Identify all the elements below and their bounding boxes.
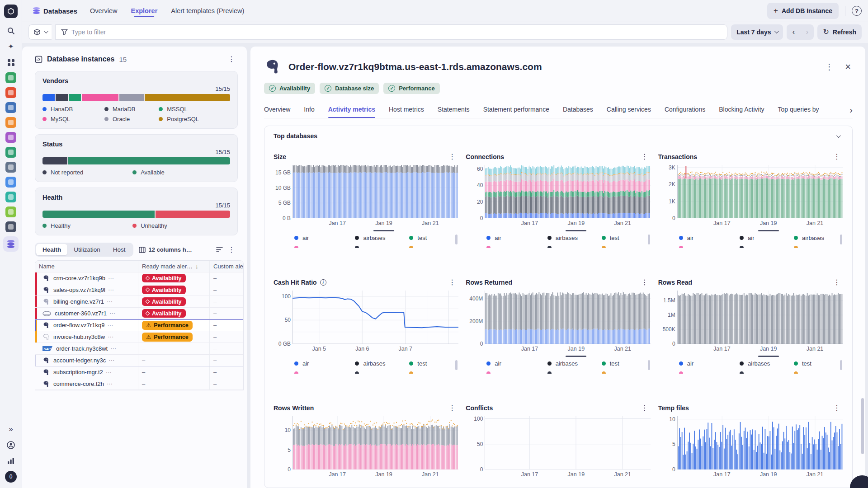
- table-kebab-menu[interactable]: ⋮: [225, 245, 238, 254]
- search-icon[interactable]: [5, 25, 17, 37]
- drawer-tab-configurations[interactable]: Configurations: [665, 102, 705, 118]
- column-header-ready-made-alerts[interactable]: Ready made aler…↓: [138, 261, 210, 272]
- app-icon-8[interactable]: [5, 177, 16, 188]
- legend-item-air[interactable]: air: [486, 360, 547, 367]
- plot-canvas[interactable]: [677, 165, 843, 218]
- legend-item-air[interactable]: air: [486, 235, 547, 241]
- chart-kebab-menu[interactable]: ⋮: [446, 152, 458, 161]
- plot-scroll-indicator[interactable]: [758, 356, 779, 357]
- legend-item-air[interactable]: air: [679, 360, 740, 367]
- table-tab-health[interactable]: Health: [36, 244, 67, 255]
- refresh-button[interactable]: ↻ Refresh: [817, 24, 862, 40]
- legend-item-airbases[interactable]: airbases: [547, 235, 602, 241]
- chart-kebab-menu[interactable]: ⋮: [446, 278, 458, 287]
- drawer-kebab-menu[interactable]: ⋮: [822, 62, 836, 72]
- legend-item-air[interactable]: air: [679, 235, 740, 241]
- expand-rail-icon[interactable]: »: [5, 423, 17, 435]
- legend-item-clipped[interactable]: [679, 246, 740, 248]
- app-icon-2[interactable]: [5, 87, 16, 98]
- category-badge-database-size[interactable]: ✓Database size: [320, 83, 379, 94]
- table-row[interactable]: account-ledger.ny3c⋯––: [35, 355, 244, 366]
- chart-kebab-menu[interactable]: ⋮: [830, 278, 843, 287]
- legend-scrollbar[interactable]: [840, 235, 842, 244]
- chart-kebab-menu[interactable]: ⋮: [830, 152, 843, 161]
- table-row[interactable]: SAPorder-track.ny3c8wt⋯––: [35, 343, 244, 355]
- row-actions-menu[interactable]: ⋯: [107, 322, 113, 328]
- table-row[interactable]: subscription-mgr.t2⋯––: [35, 366, 244, 378]
- table-row[interactable]: customer-360.vz7r1⋯Availability–: [35, 308, 244, 319]
- row-actions-menu[interactable]: ⋯: [106, 369, 112, 375]
- column-header-name[interactable]: Name: [35, 261, 138, 272]
- app-icon-3[interactable]: [5, 102, 16, 113]
- table-tab-utilization[interactable]: Utilization: [67, 244, 107, 255]
- drawer-tab-activity-metrics[interactable]: Activity metrics: [328, 102, 375, 118]
- time-forward-button[interactable]: ›: [800, 24, 814, 40]
- legend-item-clipped[interactable]: [679, 371, 740, 374]
- legend-scrollbar[interactable]: [455, 360, 458, 370]
- row-actions-menu[interactable]: ⋯: [108, 275, 114, 282]
- app-icon-5[interactable]: [5, 132, 16, 143]
- table-row[interactable]: invoice-hub.ny3c8w⋯⚠Performance–: [35, 331, 244, 343]
- legend-item-clipped[interactable]: [602, 371, 651, 374]
- plot-scroll-indicator[interactable]: [566, 356, 586, 357]
- row-actions-menu[interactable]: ⋯: [109, 310, 116, 317]
- table-row[interactable]: billing-engine.vz7r1⋯Availability–: [35, 296, 244, 308]
- row-actions-menu[interactable]: ⋯: [108, 333, 114, 340]
- plot-scroll-indicator[interactable]: [566, 230, 586, 231]
- sparkles-icon[interactable]: ✦: [5, 41, 17, 52]
- app-icon-6[interactable]: [5, 147, 16, 158]
- chart-kebab-menu[interactable]: ⋮: [446, 404, 458, 413]
- chart-kebab-menu[interactable]: ⋮: [638, 404, 651, 413]
- nav-tab-explorer[interactable]: Explorer: [130, 1, 158, 21]
- legend-item-clipped[interactable]: [294, 371, 355, 374]
- legend-item-clipped[interactable]: [355, 246, 409, 248]
- plot-scroll-indicator[interactable]: [758, 230, 779, 231]
- category-badge-availability[interactable]: ✓Availability: [264, 83, 315, 94]
- legend-scrollbar[interactable]: [455, 235, 458, 244]
- sort-lines-icon[interactable]: [216, 247, 223, 253]
- legend-item-airbases[interactable]: airbases: [355, 235, 409, 241]
- nav-tab-alert-templates-preview-[interactable]: Alert templates (Preview): [170, 1, 245, 21]
- drawer-tab-blocking-activity[interactable]: Blocking Activity: [719, 102, 764, 118]
- app-icon-1[interactable]: [5, 72, 16, 83]
- account-icon[interactable]: [5, 439, 17, 451]
- row-actions-menu[interactable]: ⋯: [108, 357, 115, 364]
- usage-chart-icon[interactable]: [5, 455, 17, 467]
- app-icon-7[interactable]: [5, 162, 16, 173]
- apps-grid-icon[interactable]: [5, 56, 17, 68]
- info-icon[interactable]: i: [320, 279, 326, 286]
- app-icon-10[interactable]: [5, 206, 16, 217]
- plot-canvas[interactable]: [292, 291, 458, 344]
- chart-kebab-menu[interactable]: ⋮: [830, 404, 843, 413]
- table-row[interactable]: order-flow.vz7r1kq9⋯⚠Performance–: [35, 319, 244, 331]
- table-row[interactable]: sales-ops.vz7r1kq9l⋯Availability–: [35, 284, 244, 296]
- legend-scrollbar[interactable]: [648, 360, 650, 370]
- legend-item-clipped[interactable]: [409, 246, 458, 248]
- product-logo-icon[interactable]: [4, 5, 18, 18]
- section-header[interactable]: Top databases: [264, 126, 852, 142]
- legend-item-test[interactable]: test: [794, 360, 843, 367]
- drawer-tab-statements[interactable]: Statements: [438, 102, 470, 118]
- legend-item-test[interactable]: test: [409, 360, 458, 367]
- plot-canvas[interactable]: [485, 416, 651, 469]
- legend-item-clipped[interactable]: [794, 371, 843, 374]
- legend-item-clipped[interactable]: [794, 246, 843, 248]
- brand[interactable]: Databases: [33, 7, 77, 15]
- legend-item-test[interactable]: test: [602, 235, 651, 241]
- app-icon-9[interactable]: [5, 192, 16, 202]
- plot-canvas[interactable]: [677, 291, 843, 344]
- nav-tab-overview[interactable]: Overview: [89, 1, 118, 21]
- legend-item-clipped[interactable]: [740, 371, 794, 374]
- table-row[interactable]: commerce-core.t2h⋯––: [35, 378, 244, 390]
- plot-canvas[interactable]: [677, 416, 843, 469]
- legend-item-clipped[interactable]: [547, 371, 602, 374]
- legend-item-clipped[interactable]: [547, 246, 602, 248]
- legend-scrollbar[interactable]: [840, 360, 842, 370]
- drawer-tab-statement-performance[interactable]: Statement performance: [483, 102, 549, 118]
- table-row[interactable]: crm-core.vz7r1kq9b⋯Availability–: [35, 272, 244, 284]
- time-back-button[interactable]: ‹: [787, 24, 800, 40]
- legend-item-test[interactable]: test: [602, 360, 651, 367]
- help-icon[interactable]: ?: [852, 6, 862, 16]
- drawer-tab-databases[interactable]: Databases: [563, 102, 593, 118]
- app-icon-11[interactable]: [5, 221, 16, 232]
